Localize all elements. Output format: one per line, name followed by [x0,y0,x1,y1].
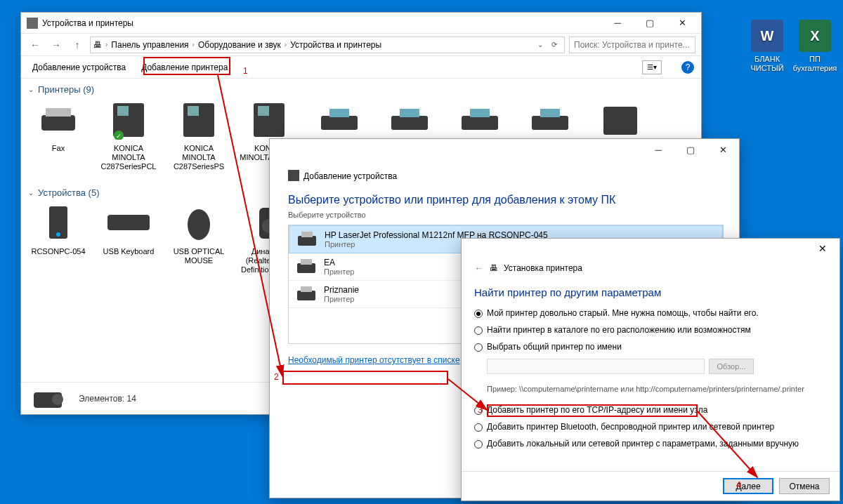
dialog-maximize-button[interactable]: ▢ [674,139,707,160]
device-tile[interactable]: Fax [28,99,89,172]
dialog-heading: Найти принтер по другим параметрам [474,286,827,298]
device-tile[interactable]: ✓ KONICA MINOLTA C287SeriesPCL [98,99,159,172]
minimize-button[interactable]: ─ [601,13,634,34]
svg-rect-30 [301,259,312,265]
desktop-icon-excel[interactable]: X ППбухгалтерия [792,20,837,73]
nav-up-icon[interactable]: ↑ [69,39,86,51]
dialog-close-button[interactable]: ✕ [707,139,739,160]
device-tile[interactable]: USB OPTICAL MOUSE [169,202,229,275]
nav-row: ← → ↑ 🖶 › Панель управления › Оборудован… [21,34,701,56]
svg-rect-16 [532,116,568,130]
svg-rect-29 [297,263,315,273]
device-icon [288,170,299,181]
svg-point-22 [188,209,210,240]
printer-icon [296,230,318,248]
device-tile[interactable]: KONICA MINOLTA C287SeriesPS [169,99,229,172]
dialog-subheading: Выберите устройство [288,211,724,219]
radio-icon [474,406,483,415]
svg-rect-3 [117,106,129,116]
close-button[interactable]: ✕ [666,13,698,34]
search-input[interactable] [569,37,695,53]
radio-icon [474,343,483,352]
svg-rect-18 [603,107,637,135]
share-path-input[interactable] [487,359,705,374]
radio-option-tcpip[interactable]: Добавить принтер по его TCP/IP-адресу ил… [474,405,827,415]
printer-icon: 🖶 [490,263,498,273]
add-printer-command[interactable]: Добавление принтера [140,60,229,75]
device-tile[interactable]: USB Keyboard [98,202,159,275]
section-printers-header[interactable]: ⌄ Принтеры (9) [28,84,694,95]
svg-rect-32 [301,286,312,292]
view-dropdown[interactable]: ☰▾ [642,60,662,74]
app-icon [27,18,38,29]
svg-rect-28 [301,232,313,237]
radio-option-old-printer[interactable]: Мой принтер довольно старый. Мне нужна п… [474,308,827,318]
svg-rect-10 [321,116,358,130]
device-tile[interactable]: RCSONPC-054 [28,202,89,275]
svg-rect-9 [258,106,269,116]
example-text: Пример: \\computername\printername или h… [487,384,827,394]
back-icon[interactable]: ← [474,263,484,274]
svg-rect-27 [298,236,316,246]
desktop-icon-word[interactable]: W БЛАНКЧИСТЫЙ [745,20,790,73]
breadcrumb-icon: 🖶 [93,40,102,50]
cancel-button[interactable]: Отмена [779,478,830,494]
svg-rect-13 [400,109,419,117]
breadcrumb-leaf[interactable]: Устройства и принтеры [290,40,381,50]
svg-rect-17 [540,109,560,117]
radio-option-shared[interactable]: Выбрать общий принтер по имени [474,342,827,352]
refresh-icon[interactable]: ⟳ [547,41,561,48]
svg-point-26 [52,394,63,405]
radio-icon [474,310,483,318]
svg-rect-31 [297,291,315,300]
next-button[interactable]: Далее [723,478,773,494]
browse-button[interactable]: Обзор... [709,359,754,374]
dialog-close-button[interactable]: ✕ [810,243,835,254]
radio-icon [474,326,483,335]
dialog-title: Добавление устройства [303,171,397,181]
printer-icon [296,285,317,303]
radio-icon [474,440,483,449]
nav-back-icon[interactable]: ← [27,39,44,51]
titlebar: Устройства и принтеры ─ ▢ ✕ [21,13,701,34]
dialog-heading: Выберите устройство или принтер для доба… [288,194,724,206]
svg-text:✓: ✓ [116,133,122,140]
breadcrumb-mid[interactable]: Оборудование и звук [198,40,281,50]
svg-rect-21 [107,215,150,230]
install-printer-dialog: ✕ ← 🖶 Установка принтера Найти принтер п… [461,238,840,501]
radio-icon [474,423,483,432]
window-title: Устройства и принтеры [42,18,601,28]
command-bar: Добавление устройства Добавление принтер… [21,56,701,79]
svg-rect-14 [462,116,498,130]
svg-rect-1 [46,108,71,117]
status-device-icon [31,385,69,412]
svg-rect-12 [391,116,428,130]
printer-not-listed-link[interactable]: Необходимый принтер отсутствует в списке [288,355,460,365]
status-count: Элементов: 14 [79,394,136,404]
svg-rect-11 [329,109,349,117]
address-dropdown-icon[interactable]: ⌄ [533,41,547,48]
svg-point-20 [56,232,60,237]
help-icon[interactable]: ? [681,61,694,74]
svg-rect-7 [188,106,199,116]
dialog-title: Установка принтера [504,263,582,273]
radio-option-local[interactable]: Добавить локальный или сетевой принтер с… [474,439,827,449]
svg-rect-0 [41,115,75,131]
breadcrumb-root[interactable]: Панель управления [111,40,188,50]
excel-icon: X [799,20,831,52]
maximize-button[interactable]: ▢ [634,13,666,34]
radio-option-directory[interactable]: Найти принтер в каталоге по его располож… [474,325,827,335]
dialog-minimize-button[interactable]: ─ [642,139,674,160]
svg-rect-15 [470,109,490,117]
add-device-command[interactable]: Добавление устройства [31,60,127,75]
address-bar[interactable]: 🖶 › Панель управления › Оборудование и з… [90,37,565,53]
nav-forward-icon[interactable]: → [48,39,65,51]
word-icon: W [751,20,783,52]
chevron-down-icon: ⌄ [28,189,34,197]
radio-option-bluetooth[interactable]: Добавить принтер Bluetooth, беспроводной… [474,422,827,432]
chevron-down-icon: ⌄ [28,86,34,93]
printer-icon [296,258,317,276]
